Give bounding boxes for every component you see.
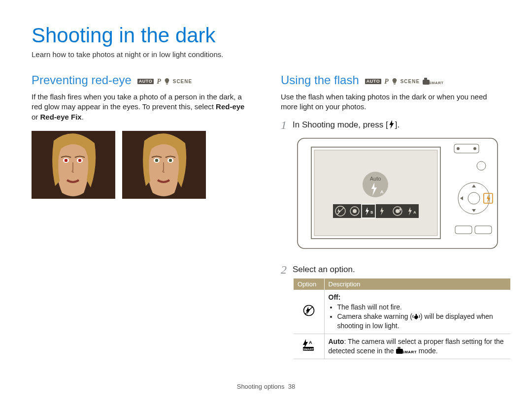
section-using-flash: Using the flash AUTO P SCENE SMART Use t… (281, 73, 500, 359)
flash-options-table: Option Description Off: The flash will n… (294, 278, 510, 359)
night-mode-icon (392, 78, 398, 85)
svg-point-30 (353, 209, 357, 213)
intro-text: Learn how to take photos at night or in … (32, 50, 500, 59)
svg-line-37 (305, 307, 313, 314)
flash-auto-description: Auto: The camera will select a proper fl… (324, 334, 510, 359)
p-mode-icon: P (384, 78, 389, 86)
scene-badge-icon: SCENE (173, 79, 192, 84)
red-eye-body-text: If the flash fires when you take a photo… (32, 92, 251, 122)
svg-point-11 (169, 159, 172, 162)
svg-point-17 (473, 147, 476, 150)
flash-button-icon (388, 120, 395, 131)
example-photos (32, 131, 251, 199)
step-1: 1 In Shooting mode, press []. (281, 119, 500, 131)
page-title: Shooting in the dark (32, 24, 500, 47)
mode-badges-right: AUTO P SCENE SMART (365, 78, 444, 86)
heading-preventing-red-eye: Preventing red-eye (32, 73, 132, 87)
svg-point-16 (457, 147, 460, 150)
section-preventing-red-eye: Preventing red-eye AUTO P SCENE If the f… (32, 73, 251, 359)
table-header-option: Option (294, 278, 324, 290)
flash-off-icon (294, 290, 324, 334)
svg-point-9 (155, 159, 158, 162)
step-1-text: In Shooting mode, press []. (293, 119, 399, 131)
svg-point-20 (468, 192, 480, 204)
svg-text:A: A (309, 340, 312, 345)
table-header-description: Description (324, 278, 510, 290)
page-footer: Shooting options 38 (0, 383, 532, 390)
flash-off-description: Off: The flash will not fire. Camera sha… (324, 290, 510, 334)
flash-overlay-label: Auto (370, 176, 381, 182)
svg-text:A: A (380, 189, 384, 194)
step-2-number: 2 (281, 264, 287, 276)
flash-body-text: Use the flash when taking photos in the … (281, 92, 500, 112)
scene-badge-icon: SCENE (400, 79, 420, 84)
red-eye-after-photo (122, 131, 206, 199)
svg-text:A: A (413, 210, 416, 215)
step-2-text: Select an option. (293, 264, 355, 276)
smart-badge-icon: SMART (423, 78, 443, 86)
step-1-number: 1 (281, 119, 287, 131)
camera-back-illustration: Auto A S A (297, 135, 500, 255)
svg-point-33 (396, 209, 399, 213)
red-eye-before-photo (32, 131, 115, 199)
heading-using-flash: Using the flash (281, 73, 359, 87)
night-mode-icon (164, 78, 170, 85)
table-row: ASMART Auto: The camera will select a pr… (294, 334, 510, 359)
svg-point-3 (65, 159, 67, 162)
camera-shake-icon (412, 312, 420, 320)
mode-badges-left: AUTO P SCENE (137, 78, 192, 86)
auto-badge-icon: AUTO (137, 79, 154, 84)
flash-auto-smart-icon: ASMART (294, 334, 324, 359)
svg-point-18 (477, 161, 486, 170)
svg-text:SMART: SMART (303, 347, 314, 350)
svg-text:S: S (370, 210, 373, 215)
table-row: Off: The flash will not fire. Camera sha… (294, 290, 510, 334)
p-mode-icon: P (157, 78, 161, 86)
svg-rect-23 (475, 226, 492, 234)
smart-mode-icon: SMART (396, 346, 417, 356)
auto-badge-icon: AUTO (365, 79, 381, 84)
svg-rect-22 (455, 226, 472, 234)
svg-point-5 (78, 159, 81, 162)
svg-rect-26 (333, 204, 419, 218)
step-2: 2 Select an option. (281, 264, 500, 276)
